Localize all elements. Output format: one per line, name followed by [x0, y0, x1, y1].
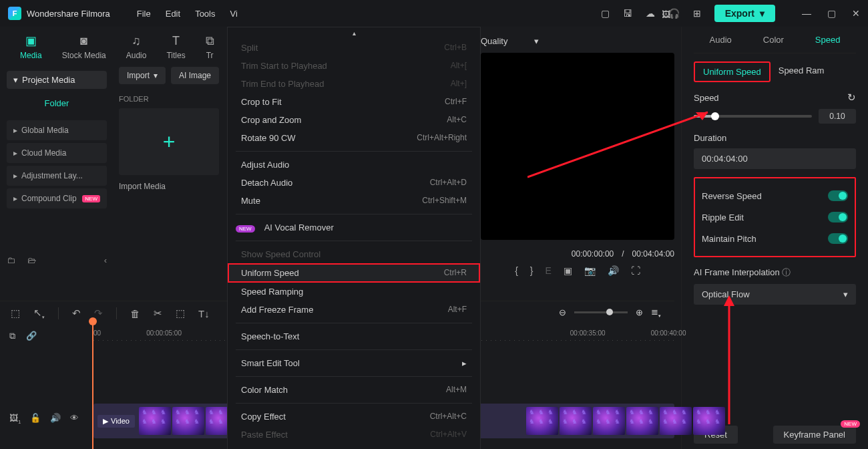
picture-small-icon[interactable]: 🖼1 — [9, 413, 21, 425]
ctx-uniform-speed[interactable]: Uniform SpeedCtrl+R — [228, 263, 480, 283]
tl-undo-icon[interactable]: ↶ — [72, 307, 81, 319]
preview-viewport — [481, 53, 674, 240]
folder-header: FOLDER — [119, 84, 226, 108]
ctx-rotate[interactable]: Rotate 90 CWCtrl+Alt+Right — [228, 129, 480, 147]
chevron-down-icon: ▾ — [760, 8, 765, 19]
tl-redo-icon[interactable]: ↷ — [94, 307, 103, 319]
minimize-icon[interactable]: — — [802, 8, 811, 19]
lock-icon[interactable]: 🔓 — [30, 413, 41, 425]
tab-stock-media[interactable]: ◙Stock Media — [62, 34, 106, 60]
ctx-speech-to-text[interactable]: Speech-to-Text — [228, 327, 480, 345]
folder-icon[interactable]: 🗀 — [7, 255, 15, 265]
view-mode-icon[interactable]: ≣▾ — [651, 307, 661, 319]
info-icon[interactable]: ⓘ — [782, 267, 791, 277]
speed-value[interactable]: 0.10 — [819, 109, 856, 124]
tl-text-icon[interactable]: T↓ — [198, 308, 210, 319]
ctx-delete-effect[interactable]: Delete Effect — [228, 444, 480, 449]
tl-select-icon[interactable]: ⬚ — [11, 307, 20, 319]
cloud-icon[interactable]: ☁ — [646, 8, 655, 19]
tl-cursor-icon[interactable]: ↖▾ — [33, 307, 45, 320]
tl-crop-icon[interactable]: ⬚ — [176, 307, 185, 319]
duration-value[interactable]: 00:04:04:00 — [694, 148, 856, 169]
playhead[interactable] — [92, 321, 93, 449]
picture-icon[interactable]: 🖼 — [662, 9, 670, 19]
subtab-uniform-speed[interactable]: Uniform Speed — [694, 61, 771, 82]
zoom-in-icon[interactable]: ⊕ — [636, 307, 643, 317]
menu-edit[interactable]: Edit — [166, 9, 180, 19]
sidebar-folder[interactable]: Folder — [7, 89, 107, 118]
zoom-out-icon[interactable]: ⊖ — [559, 307, 566, 317]
maximize-icon[interactable]: ▢ — [827, 8, 836, 19]
tab-titles[interactable]: TTitles — [166, 34, 185, 60]
eye-icon[interactable]: 👁 — [70, 413, 79, 425]
monitor-icon[interactable]: ▢ — [601, 8, 610, 19]
reset-icon[interactable]: ↻ — [847, 92, 856, 104]
sidebar-cloud-media[interactable]: ▸Cloud Media — [7, 143, 107, 163]
sidebar-project-media[interactable]: ▾Project Media — [7, 71, 107, 89]
bracket-close-icon[interactable]: } — [530, 265, 533, 276]
reverse-speed-label: Reverse Speed — [702, 191, 762, 201]
e-icon[interactable]: E — [546, 265, 552, 276]
ctx-crop-fit[interactable]: Crop to FitCtrl+F — [228, 93, 480, 111]
rtab-color[interactable]: Color — [763, 35, 784, 45]
subtab-speed-ramp[interactable]: Speed Ram — [771, 61, 833, 82]
ai-interp-label: AI Frame Interpolation ⓘ — [694, 267, 791, 279]
context-menu: ▴ SplitCtrl+B Trim Start to PlayheadAlt+… — [227, 27, 481, 449]
ctx-crop-zoom[interactable]: Crop and ZoomAlt+C — [228, 111, 480, 129]
menu-view[interactable]: Vi — [230, 9, 237, 19]
tab-media[interactable]: ▣Media — [20, 33, 42, 60]
ctx-ai-vocal-remover[interactable]: NEWAI Vocal Remover — [228, 218, 480, 237]
speed-slider[interactable] — [694, 115, 812, 118]
ctx-copy-effect[interactable]: Copy EffectCtrl+Alt+C — [228, 408, 480, 426]
grid-icon[interactable]: ⊞ — [693, 8, 701, 19]
sidebar-global-media[interactable]: ▸Global Media — [7, 120, 107, 140]
chevron-right-icon: ▸ — [13, 148, 17, 158]
reverse-speed-toggle[interactable] — [828, 190, 848, 201]
quality-dropdown[interactable]: Quality▾🖼 — [481, 32, 674, 50]
close-icon[interactable]: ✕ — [852, 8, 860, 19]
save-icon[interactable]: 🖫 — [623, 8, 632, 19]
ctx-smart-edit[interactable]: Smart Edit Tool▸ — [228, 354, 480, 372]
speaker-icon[interactable]: 🔊 — [50, 413, 61, 425]
tab-transitions[interactable]: ⧉Tr — [206, 34, 214, 60]
tab-audio[interactable]: ♫Audio — [126, 34, 147, 60]
export-button[interactable]: Export▾ — [714, 5, 775, 22]
menu-file[interactable]: File — [137, 9, 151, 19]
rtab-audio[interactable]: Audio — [710, 35, 732, 45]
collapse-icon[interactable]: ‹ — [104, 255, 107, 265]
menu-chevron-up-icon[interactable]: ▴ — [228, 27, 480, 39]
screen-icon[interactable]: ▣ — [564, 265, 572, 276]
clip-thumbnail — [139, 407, 171, 435]
sidebar-compound-clip[interactable]: ▸Compound ClipNEW — [7, 188, 107, 208]
clip-label: ▶Video — [97, 415, 135, 428]
rtab-speed[interactable]: Speed — [815, 35, 841, 45]
maintain-pitch-toggle[interactable] — [828, 233, 848, 244]
sidebar-adjustment-layer[interactable]: ▸Adjustment Lay... — [7, 166, 107, 186]
add-media-tile[interactable]: + — [119, 108, 219, 175]
bracket-open-icon[interactable]: { — [515, 265, 518, 276]
ai-interp-dropdown[interactable]: Optical Flow▾ — [694, 284, 856, 305]
volume-icon[interactable]: 🔊 — [608, 265, 619, 276]
ctx-freeze-frame[interactable]: Add Freeze FrameAlt+F — [228, 301, 480, 319]
folder-add-icon[interactable]: 🗁 — [27, 255, 36, 265]
fullscreen-icon[interactable]: ⛶ — [631, 265, 640, 276]
ctx-mute[interactable]: MuteCtrl+Shift+M — [228, 192, 480, 210]
ai-image-button[interactable]: AI Image — [171, 67, 219, 84]
chevron-right-icon: ▸ — [13, 194, 17, 203]
ctx-adjust-audio[interactable]: Adjust Audio — [228, 156, 480, 174]
ripple-edit-toggle[interactable] — [828, 212, 848, 222]
keyframe-panel-button[interactable]: Keyframe PanelNEW — [773, 426, 857, 444]
camera-icon[interactable]: 📷 — [584, 265, 596, 276]
new-badge: NEW — [82, 195, 100, 202]
ctx-color-match[interactable]: Color MatchAlt+M — [228, 381, 480, 399]
ctx-speed-ramping[interactable]: Speed Ramping — [228, 283, 480, 301]
zoom-slider[interactable] — [574, 311, 628, 313]
import-button[interactable]: Import▾ — [119, 67, 166, 84]
tl-delete-icon[interactable]: 🗑 — [130, 308, 140, 319]
menu-tools[interactable]: Tools — [195, 9, 215, 19]
text-icon: T — [172, 34, 180, 48]
tl-cut-icon[interactable]: ✂ — [154, 307, 162, 319]
chevron-right-icon: ▸ — [13, 126, 17, 135]
ctx-detach-audio[interactable]: Detach AudioCtrl+Alt+D — [228, 174, 480, 192]
duration-label: Duration — [694, 133, 726, 143]
